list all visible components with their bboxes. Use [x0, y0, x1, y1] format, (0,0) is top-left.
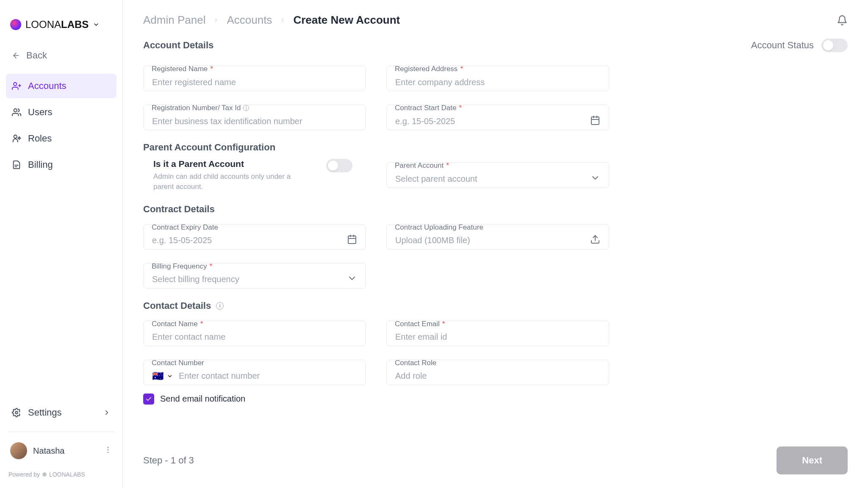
step-indicator: Step - 1 of 3 — [143, 455, 194, 466]
sidebar-item-label: Roles — [28, 133, 52, 144]
next-button[interactable]: Next — [776, 446, 848, 474]
parent-account-placeholder: Select parent account — [395, 174, 590, 184]
email-notify-checkbox[interactable] — [143, 394, 154, 405]
contact-role-input[interactable] — [386, 360, 609, 385]
back-label: Back — [26, 50, 47, 61]
logo-icon — [10, 19, 21, 30]
calendar-icon[interactable] — [347, 234, 357, 247]
contract-upload-input[interactable]: Upload (100MB file) — [386, 224, 609, 250]
billing-icon — [12, 160, 21, 169]
brand-name-2: LABS — [61, 19, 89, 30]
upload-icon[interactable] — [590, 234, 600, 247]
sidebar-item-label: Accounts — [28, 80, 67, 92]
svg-point-12 — [108, 452, 108, 453]
more-menu[interactable] — [104, 446, 112, 456]
avatar — [10, 442, 27, 459]
bell-icon[interactable] — [837, 15, 848, 26]
contract-upload-placeholder: Upload (100MB file) — [395, 236, 590, 245]
svg-point-11 — [108, 449, 108, 450]
roles-icon — [12, 134, 21, 143]
contract-start-input[interactable] — [386, 105, 609, 130]
svg-point-9 — [15, 411, 18, 414]
divider — [8, 432, 114, 432]
brand-name-1: LOONA — [25, 19, 61, 30]
arrow-left-icon — [12, 51, 20, 60]
svg-point-5 — [14, 135, 17, 138]
breadcrumb-item[interactable]: Admin Panel — [143, 14, 205, 27]
powered-by: Powered by LOONALABS — [0, 463, 122, 478]
is-parent-label: Is it a Parent Account — [153, 159, 306, 169]
is-parent-desc: Admin can add child accounts only under … — [153, 172, 306, 192]
chevron-down-icon — [167, 373, 173, 379]
calendar-icon[interactable] — [590, 115, 600, 128]
account-status-label: Account Status — [751, 40, 814, 51]
contact-email-input[interactable] — [386, 321, 609, 346]
svg-point-4 — [14, 109, 17, 112]
info-icon[interactable]: i — [216, 302, 224, 310]
sidebar-item-settings[interactable]: Settings — [0, 400, 122, 425]
contract-expiry-input[interactable] — [143, 224, 366, 250]
breadcrumb: Admin Panel Accounts Create New Account — [143, 14, 400, 27]
breadcrumb-current: Create New Account — [293, 14, 400, 27]
svg-rect-13 — [591, 117, 599, 125]
more-vertical-icon — [104, 446, 112, 454]
contact-name-input[interactable] — [143, 321, 366, 346]
settings-label: Settings — [28, 407, 62, 418]
gear-icon — [12, 408, 21, 417]
registered-name-input[interactable] — [143, 66, 366, 91]
svg-rect-17 — [348, 236, 356, 244]
brand-logo[interactable]: LOONALABS — [0, 10, 122, 44]
sidebar-item-label: Users — [28, 107, 52, 118]
users-icon — [12, 108, 21, 117]
parent-account-select[interactable]: Select parent account — [386, 162, 609, 188]
breadcrumb-item[interactable]: Accounts — [227, 14, 272, 27]
sidebar-item-roles[interactable]: Roles — [6, 126, 116, 151]
chevron-down-icon — [93, 21, 100, 28]
sidebar-item-accounts[interactable]: Accounts — [6, 74, 116, 98]
chevron-down-icon — [590, 173, 600, 185]
tax-id-input[interactable] — [143, 105, 366, 130]
check-icon — [145, 396, 152, 402]
sidebar-item-billing[interactable]: Billing — [6, 152, 116, 177]
billing-freq-placeholder: Select billing frequency — [152, 274, 347, 284]
is-parent-toggle[interactable] — [326, 159, 352, 172]
chevron-right-icon — [213, 17, 219, 23]
back-button[interactable]: Back — [0, 44, 122, 67]
current-user[interactable]: Natasha — [0, 439, 122, 463]
chevron-down-icon — [347, 273, 357, 286]
section-parent-config: Parent Account Configuration — [143, 142, 609, 153]
email-notify-label: Send email notification — [160, 394, 245, 404]
svg-point-1 — [14, 83, 17, 86]
registered-address-input[interactable] — [386, 66, 609, 91]
account-status-toggle[interactable] — [821, 39, 848, 52]
country-flag-select[interactable]: 🇦🇺 — [152, 371, 173, 382]
powered-prefix: Powered by — [8, 471, 40, 478]
accounts-icon — [12, 81, 21, 91]
contact-details-label: Contact Details — [143, 300, 211, 311]
svg-point-6 — [19, 137, 20, 139]
powered-logo-icon — [42, 472, 47, 477]
sidebar-item-users[interactable]: Users — [6, 100, 116, 125]
sidebar-item-label: Billing — [28, 159, 53, 170]
contact-number-input[interactable]: 🇦🇺 — [143, 360, 366, 385]
section-contact-details: Contact Details i — [143, 300, 609, 311]
section-contract-details: Contract Details — [143, 204, 609, 215]
powered-brand: LOONALABS — [49, 471, 85, 478]
flag-australia-icon: 🇦🇺 — [152, 371, 164, 382]
billing-freq-select[interactable]: Select billing frequency — [143, 263, 366, 288]
user-name: Natasha — [33, 446, 65, 456]
section-account-details: Account Details — [143, 40, 214, 51]
chevron-right-icon — [280, 17, 286, 23]
chevron-right-icon — [103, 409, 111, 416]
svg-point-10 — [108, 447, 108, 448]
